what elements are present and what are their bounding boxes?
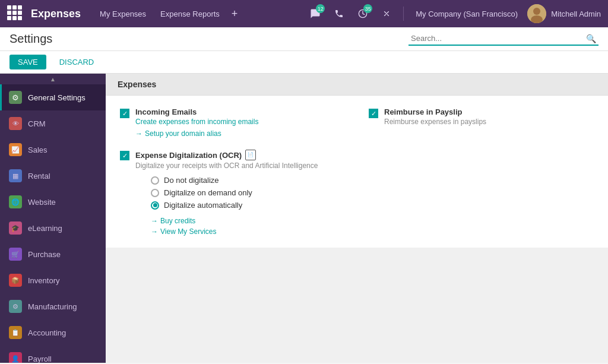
radio-do-not-digitalize[interactable]: Do not digitalize xyxy=(151,176,594,185)
general-settings-icon: ⚙ xyxy=(9,91,22,104)
ocr-radio-group: Do not digitalize Digitalize on demand o… xyxy=(151,176,594,210)
clock-icon-btn[interactable]: 35 xyxy=(353,4,372,23)
incoming-emails-title: Incoming Emails xyxy=(135,107,345,116)
payroll-icon: 👤 xyxy=(9,352,22,363)
elearning-icon: 🎓 xyxy=(9,221,22,235)
nav-divider xyxy=(403,7,404,21)
purchase-icon: 🛒 xyxy=(9,248,22,261)
main-layout: ▲ ⚙ General Settings 👁 CRM 📈 Sales ▦ Ren… xyxy=(0,74,608,363)
sidebar-item-payroll[interactable]: 👤 Payroll xyxy=(0,346,106,363)
radio-label-no-digitalize: Do not digitalize xyxy=(164,176,219,185)
sidebar-label-inventory: Inventory xyxy=(28,276,59,285)
sidebar-item-accounting[interactable]: 📋 Accounting xyxy=(0,319,106,346)
sidebar-scroll-up[interactable]: ▲ xyxy=(0,74,106,84)
ocr-links: Buy credits View My Services xyxy=(151,217,594,236)
setting-incoming-emails: Incoming Emails Create expenses from inc… xyxy=(120,107,345,138)
domain-alias-link[interactable]: Setup your domain alias xyxy=(135,129,221,138)
messages-badge: 12 xyxy=(316,4,325,13)
discard-button[interactable]: DISCARD xyxy=(51,55,103,69)
sidebar-item-crm[interactable]: 👁 CRM xyxy=(0,110,106,137)
close-icon-btn[interactable] xyxy=(377,4,396,23)
reimburse-desc: Reimburse expenses in payslips xyxy=(384,118,594,126)
save-button[interactable]: SAVE xyxy=(10,55,46,69)
sidebar-label-manufacturing: Manufacturing xyxy=(28,302,77,311)
inventory-icon: 📦 xyxy=(9,274,22,287)
sidebar-label-purchase: Purchase xyxy=(28,250,61,259)
crm-icon: 👁 xyxy=(9,117,22,130)
view-my-services-link[interactable]: View My Services xyxy=(151,227,594,236)
company-label[interactable]: My Company (San Francisco) xyxy=(411,10,522,18)
nav-my-expenses[interactable]: My Expenses xyxy=(95,7,151,21)
incoming-emails-desc: Create expenses from incoming emails xyxy=(135,118,345,126)
sidebar-label-accounting: Accounting xyxy=(28,328,66,337)
settings-row-1: Incoming Emails Create expenses from inc… xyxy=(120,107,594,138)
reimburse-info: Reimburse in Payslip Reimburse expenses … xyxy=(384,107,594,126)
radio-automatically[interactable]: Digitalize automatically xyxy=(151,201,594,210)
incoming-emails-info: Incoming Emails Create expenses from inc… xyxy=(135,107,345,138)
nav-expense-reports[interactable]: Expense Reports xyxy=(156,7,224,21)
top-navigation: Expenses My Expenses Expense Reports + 1… xyxy=(0,0,608,27)
page-title: Settings xyxy=(10,32,404,46)
sidebar-label-crm: CRM xyxy=(28,119,46,128)
sidebar: ▲ ⚙ General Settings 👁 CRM 📈 Sales ▦ Ren… xyxy=(0,74,106,363)
reimburse-checkbox[interactable] xyxy=(369,109,378,118)
radio-circle-on-demand[interactable] xyxy=(151,189,159,197)
settings-content: Expenses Incoming Emails Create expenses… xyxy=(106,74,608,363)
sidebar-item-rental[interactable]: ▦ Rental xyxy=(0,163,106,189)
sidebar-label-elearning: eLearning xyxy=(28,224,62,233)
accounting-icon: 📋 xyxy=(9,326,22,339)
sidebar-item-general-settings[interactable]: ⚙ General Settings xyxy=(0,84,106,110)
search-input[interactable] xyxy=(411,34,586,43)
ocr-title: Expense Digitalization (OCR) 📄 xyxy=(135,150,594,160)
messages-icon-btn[interactable]: 12 xyxy=(306,4,325,23)
incoming-emails-checkbox[interactable] xyxy=(120,109,129,118)
subheader: Settings 🔍 xyxy=(0,27,608,51)
reimburse-title: Reimburse in Payslip xyxy=(384,107,594,116)
apps-grid-icon[interactable] xyxy=(7,5,24,22)
sidebar-item-elearning[interactable]: 🎓 eLearning xyxy=(0,215,106,241)
radio-circle-automatically[interactable] xyxy=(151,201,159,210)
sidebar-item-website[interactable]: 🌐 Website xyxy=(0,189,106,215)
rental-icon: ▦ xyxy=(9,169,22,182)
manufacturing-icon: ⚙ xyxy=(9,300,22,313)
sales-icon: 📈 xyxy=(9,143,22,156)
app-title: Expenses xyxy=(31,8,81,20)
radio-label-automatically: Digitalize automatically xyxy=(164,201,242,210)
ocr-icon: 📄 xyxy=(245,150,256,160)
settings-body: Incoming Emails Create expenses from inc… xyxy=(106,96,608,248)
ocr-desc: Digitalize your receipts with OCR and Ar… xyxy=(135,162,594,170)
sidebar-item-manufacturing[interactable]: ⚙ Manufacturing xyxy=(0,293,106,319)
radio-circle-no-digitalize[interactable] xyxy=(151,176,159,185)
svg-point-2 xyxy=(533,8,540,15)
sidebar-item-sales[interactable]: 📈 Sales xyxy=(0,137,106,163)
sidebar-label-website: Website xyxy=(28,198,56,207)
sidebar-label-general-settings: General Settings xyxy=(28,93,86,102)
sidebar-item-inventory[interactable]: 📦 Inventory xyxy=(0,267,106,293)
sidebar-label-payroll: Payroll xyxy=(28,354,52,363)
ocr-checkbox[interactable] xyxy=(120,151,129,160)
ocr-section: Expense Digitalization (OCR) 📄 Digitaliz… xyxy=(120,150,594,236)
sidebar-label-rental: Rental xyxy=(28,172,50,181)
sidebar-label-sales: Sales xyxy=(28,145,48,154)
clock-badge: 35 xyxy=(363,4,372,13)
avatar[interactable] xyxy=(527,4,546,23)
section-header: Expenses xyxy=(106,74,608,96)
admin-name: Mitchell Admin xyxy=(551,10,601,18)
radio-label-on-demand: Digitalize on demand only xyxy=(164,188,252,197)
phone-icon-btn[interactable] xyxy=(330,4,349,23)
sidebar-item-purchase[interactable]: 🛒 Purchase xyxy=(0,241,106,267)
search-icon[interactable]: 🔍 xyxy=(586,34,596,43)
radio-on-demand[interactable]: Digitalize on demand only xyxy=(151,188,594,197)
website-icon: 🌐 xyxy=(9,195,22,208)
buy-credits-link[interactable]: Buy credits xyxy=(151,217,594,225)
setting-reimburse: Reimburse in Payslip Reimburse expenses … xyxy=(369,107,594,138)
search-bar: 🔍 xyxy=(408,33,598,46)
toolbar: SAVE DISCARD xyxy=(0,51,608,74)
add-button[interactable]: + xyxy=(229,8,240,20)
